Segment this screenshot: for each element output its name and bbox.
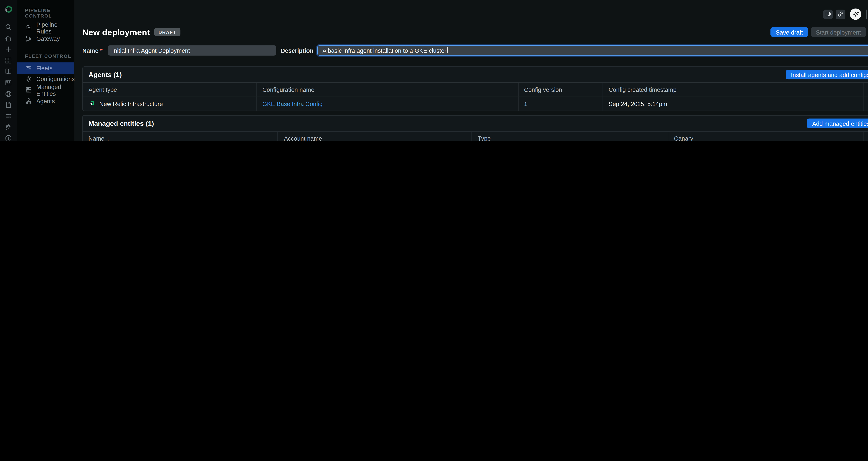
agent-type-text: New Relic Infrastructure bbox=[99, 100, 163, 107]
create-icon[interactable] bbox=[0, 44, 17, 55]
column-header-name[interactable]: Name ↓ bbox=[83, 131, 278, 141]
sidebar-item-configurations[interactable]: Configurations bbox=[17, 73, 74, 85]
save-draft-button[interactable]: Save draft bbox=[771, 27, 808, 37]
main-content: New deployment DRAFT Save draft Start de… bbox=[74, 0, 868, 141]
managed-entities-panel: Managed entities (1) Add managed entitie… bbox=[82, 115, 868, 141]
sidebar-item-label: Agents bbox=[36, 98, 55, 104]
dashboards-icon[interactable] bbox=[0, 77, 17, 88]
search-icon[interactable] bbox=[0, 22, 17, 33]
entities-title: Managed entities (1) bbox=[89, 119, 154, 127]
deployment-form: Name * Description A basic infra agent i… bbox=[82, 45, 868, 55]
sidebar-section-pipeline-control: PIPELINE CONTROL bbox=[17, 6, 74, 22]
name-label: Name bbox=[82, 47, 99, 54]
column-header-account-name: Account name bbox=[278, 131, 472, 141]
managed-entities-icon bbox=[25, 86, 32, 94]
fleets-icon bbox=[25, 64, 32, 71]
sidebar-item-fleets[interactable]: Fleets bbox=[17, 62, 74, 73]
add-managed-entities-button[interactable]: Add managed entities bbox=[807, 119, 868, 128]
app-window: PIPELINE CONTROL Pipeline Rules Gateway … bbox=[0, 0, 868, 141]
sidebar-item-label: Fleets bbox=[36, 65, 53, 71]
agents-row-actions-button[interactable]: ⋯ bbox=[864, 96, 868, 111]
sidebar-item-gateway[interactable]: Gateway bbox=[17, 33, 74, 44]
column-header-actions bbox=[864, 83, 868, 96]
rail-icon-list bbox=[0, 22, 17, 141]
ai-assistant-robot-icon[interactable] bbox=[0, 122, 17, 133]
page-header: New deployment DRAFT Save draft Start de… bbox=[82, 27, 868, 37]
annotate-note-icon[interactable] bbox=[823, 9, 833, 19]
apps-grid-icon[interactable] bbox=[0, 55, 17, 66]
description-value: A basic infra agent installation to a GK… bbox=[322, 47, 446, 54]
text-caret bbox=[447, 47, 447, 54]
sidebar-item-managed-entities[interactable]: Managed Entities bbox=[17, 85, 74, 96]
sidebar-item-label: Managed Entities bbox=[36, 83, 74, 97]
reports-doc-icon[interactable] bbox=[0, 99, 17, 111]
copy-link-icon[interactable] bbox=[836, 9, 845, 19]
agents-table-header: Agent type Configuration name Config ver… bbox=[83, 82, 868, 96]
sidebar-item-label: Pipeline Rules bbox=[36, 21, 74, 34]
agents-table-row: New Relic Infrastructure GKE Base Infra … bbox=[83, 96, 868, 111]
docs-book-icon[interactable] bbox=[0, 66, 17, 77]
configurations-gear-icon bbox=[25, 75, 32, 83]
name-input[interactable] bbox=[107, 45, 276, 55]
globe-icon[interactable] bbox=[0, 88, 17, 99]
gateway-icon bbox=[25, 35, 32, 42]
new-relic-logo-icon[interactable] bbox=[3, 4, 14, 16]
agents-title: Agents (1) bbox=[89, 71, 122, 79]
logs-icon[interactable] bbox=[0, 111, 17, 122]
config-created-cell: Sep 24, 2025, 5:14pm bbox=[603, 96, 864, 111]
start-deployment-button[interactable]: Start deployment bbox=[811, 27, 866, 37]
config-version-cell: 1 bbox=[518, 96, 603, 111]
sidebar-section-fleet-control: FLEET CONTROL bbox=[17, 52, 74, 62]
column-header-type: Type bbox=[472, 131, 669, 141]
name-column-label: Name bbox=[89, 135, 104, 141]
page-title: New deployment bbox=[82, 27, 150, 37]
column-header-actions bbox=[864, 131, 868, 141]
configuration-link[interactable]: GKE Base Infra Config bbox=[262, 100, 323, 107]
column-header-agent-type: Agent type bbox=[83, 83, 257, 96]
required-marker: * bbox=[100, 47, 102, 54]
description-input[interactable]: A basic infra agent installation to a GK… bbox=[317, 45, 868, 55]
sidebar-item-agents[interactable]: Agents bbox=[17, 95, 74, 106]
column-header-configuration-name: Configuration name bbox=[257, 83, 518, 96]
agents-panel: Agents (1) Install agents and add config… bbox=[82, 66, 868, 111]
status-badge: DRAFT bbox=[155, 28, 180, 36]
agents-tree-icon bbox=[25, 97, 32, 105]
install-agents-button[interactable]: Install agents and add configs bbox=[786, 70, 868, 79]
sidebar-item-pipeline-rules[interactable]: Pipeline Rules bbox=[17, 22, 74, 33]
sort-descending-icon: ↓ bbox=[106, 135, 110, 141]
entities-table-header: Name ↓ Account name Type Canary bbox=[83, 131, 868, 141]
toolbar-divider bbox=[866, 9, 867, 19]
new-relic-agent-icon bbox=[89, 99, 96, 108]
configuration-name-cell: GKE Base Infra Config bbox=[257, 96, 518, 111]
nav-rail bbox=[0, 0, 17, 141]
alerts-octagon-icon[interactable] bbox=[0, 133, 17, 141]
column-header-config-version: Config version bbox=[518, 83, 603, 96]
window-toolbar bbox=[823, 8, 868, 20]
sidebar-item-label: Gateway bbox=[36, 35, 60, 42]
ai-sparkle-icon[interactable] bbox=[850, 8, 861, 20]
description-label: Description bbox=[281, 47, 313, 54]
column-header-canary: Canary bbox=[669, 131, 864, 141]
entities-panel-header: Managed entities (1) Add managed entitie… bbox=[83, 116, 868, 131]
sidebar: PIPELINE CONTROL Pipeline Rules Gateway … bbox=[17, 0, 74, 141]
agent-type-cell: New Relic Infrastructure bbox=[83, 96, 257, 111]
column-header-config-created: Config created timestamp bbox=[603, 83, 864, 96]
agents-panel-header: Agents (1) Install agents and add config… bbox=[83, 67, 868, 82]
home-icon[interactable] bbox=[0, 33, 17, 44]
pipeline-rules-icon bbox=[25, 24, 32, 31]
sidebar-item-label: Configurations bbox=[36, 75, 75, 82]
